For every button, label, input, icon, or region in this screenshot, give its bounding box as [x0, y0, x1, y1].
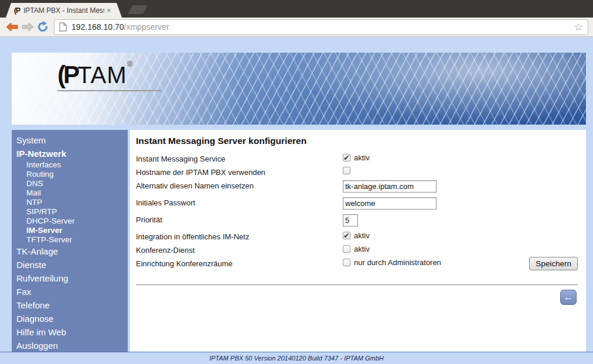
- registered-mark: ®: [127, 60, 132, 68]
- conference-rooms-checkbox[interactable]: [343, 259, 350, 266]
- form-row-im-service: Instant Messaging Service ✔ aktiv: [136, 153, 578, 167]
- field-label: Initiales Passwort: [136, 197, 343, 207]
- new-tab-button[interactable]: [128, 5, 148, 14]
- page-title: Instant Messaging Server konfigurieren: [136, 136, 578, 146]
- back-button[interactable]: [5, 19, 20, 35]
- form-row-alt-name: Alternativ diesen Namen einsetzen: [136, 180, 578, 197]
- back-page-button[interactable]: ←: [560, 290, 577, 305]
- form-row-conference-rooms: Einrichtung Konferenzräume nur durch Adm…: [136, 258, 578, 272]
- browser-tab[interactable]: (P IPTAM PBX - Instant Messa ×: [6, 3, 122, 18]
- form-row-conference-service: Konferenz-Dienst aktiv: [136, 245, 578, 258]
- sidebar-item-sip-rtp[interactable]: SIP/RTP: [12, 207, 128, 217]
- checkbox-label: aktiv: [354, 245, 370, 253]
- page-body: (PTAM® System IP-Netzwerk Interfaces Rou…: [0, 37, 593, 364]
- field-label: Integration in öffentliches IM-Netz: [136, 231, 343, 241]
- reload-button[interactable]: [35, 19, 50, 35]
- field-label: Priorität: [136, 214, 343, 224]
- initial-password-input[interactable]: [343, 197, 437, 210]
- form-row-public-im: Integration in öffentliches IM-Netz ✔ ak…: [136, 231, 578, 245]
- field-label: Instant Messaging Service: [136, 153, 343, 163]
- hostname-checkbox[interactable]: [343, 167, 350, 174]
- tab-close-icon[interactable]: ×: [107, 6, 111, 14]
- sidebar-item-diagnose[interactable]: Diagnose: [12, 312, 128, 325]
- content-divider: [136, 284, 578, 286]
- logo-ip-mark: (P: [57, 61, 77, 88]
- sidebar-item-dienste[interactable]: Dienste: [12, 258, 128, 272]
- sidebar-item-tftp-server[interactable]: TFTP-Server: [12, 235, 128, 245]
- logo-underline: [57, 90, 162, 91]
- sidebar-item-interfaces[interactable]: Interfaces: [12, 160, 128, 170]
- sidebar-item-hilfe-im-web[interactable]: Hilfe im Web: [12, 325, 128, 339]
- footer-version-text: IPTAM PBX 50 Version 20140120 Build 7347…: [0, 352, 593, 364]
- checkbox-label: aktiv: [354, 231, 370, 240]
- header-banner: (PTAM®: [12, 53, 586, 125]
- form-row-priority: Priorität: [136, 214, 578, 231]
- sidebar-item-telefone[interactable]: Telefone: [12, 298, 128, 312]
- checkbox-label: nur durch Administratoren: [354, 258, 441, 267]
- field-label: Einrichtung Konferenzräume: [136, 258, 343, 268]
- browser-tab-bar: (P IPTAM PBX - Instant Messa ×: [0, 0, 593, 18]
- sidebar-item-dns[interactable]: DNS: [12, 179, 128, 188]
- im-service-checkbox[interactable]: ✔: [343, 154, 350, 162]
- save-button[interactable]: Speichern: [529, 257, 578, 270]
- url-bar[interactable]: 192.168.10.70/xmppserver ☆: [54, 19, 588, 35]
- form-row-initial-password: Initiales Passwort: [136, 197, 578, 214]
- alt-name-input[interactable]: [343, 180, 437, 193]
- form-row-hostname: Hostname der IPTAM PBX verwenden: [136, 167, 578, 180]
- sidebar-item-fax[interactable]: Fax: [12, 285, 128, 298]
- conference-service-checkbox[interactable]: [343, 245, 350, 253]
- back-arrow-icon: [6, 23, 18, 31]
- back-row: ←: [136, 290, 578, 305]
- public-im-checkbox[interactable]: ✔: [343, 232, 350, 239]
- checkbox-label: aktiv: [354, 153, 370, 162]
- url-path: /xmppserver: [124, 22, 169, 32]
- sidebar-item-system[interactable]: System: [12, 133, 128, 147]
- sidebar-item-ntp[interactable]: NTP: [12, 198, 128, 207]
- sidebar-item-im-server[interactable]: IM-Server: [12, 226, 128, 235]
- tab-title: IPTAM PBX - Instant Messa: [23, 6, 104, 15]
- sidebar-item-rufverteilung[interactable]: Rufverteilung: [12, 272, 128, 285]
- page-document-icon: [59, 22, 67, 32]
- sidebar-item-mail[interactable]: Mail: [12, 188, 128, 198]
- field-label: Hostname der IPTAM PBX verwenden: [136, 167, 343, 177]
- priority-input[interactable]: [343, 214, 358, 226]
- bookmark-star-icon[interactable]: ☆: [574, 22, 583, 32]
- reload-icon: [37, 21, 49, 33]
- forward-button[interactable]: [20, 19, 35, 35]
- sidebar-item-routing[interactable]: Routing: [12, 170, 128, 179]
- forward-arrow-icon: [22, 23, 33, 31]
- tab-favicon-icon: (P: [14, 6, 20, 15]
- logo-tam-text: TAM: [77, 62, 127, 88]
- field-label: Konferenz-Dienst: [136, 245, 343, 255]
- browser-toolbar: 192.168.10.70/xmppserver ☆: [0, 18, 593, 37]
- sidebar-item-ausloggen[interactable]: Ausloggen: [12, 339, 128, 352]
- sidebar-item-dhcp-server[interactable]: DHCP-Server: [12, 217, 128, 226]
- main-content: Instant Messaging Server konfigurieren I…: [130, 130, 586, 352]
- back-arrow-icon: ←: [564, 292, 573, 302]
- iptam-logo: (PTAM®: [57, 60, 162, 91]
- page-footer: IPTAM PBX 50 Version 20140120 Build 7347…: [0, 352, 593, 364]
- sidebar-nav: System IP-Netzwerk Interfaces Routing DN…: [12, 130, 128, 352]
- sidebar-item-ip-netzwerk[interactable]: IP-Netzwerk: [12, 147, 128, 160]
- field-label: Alternativ diesen Namen einsetzen: [136, 180, 343, 190]
- sidebar-item-tk-anlage[interactable]: TK-Anlage: [12, 245, 128, 258]
- url-host: 192.168.10.70: [71, 22, 124, 32]
